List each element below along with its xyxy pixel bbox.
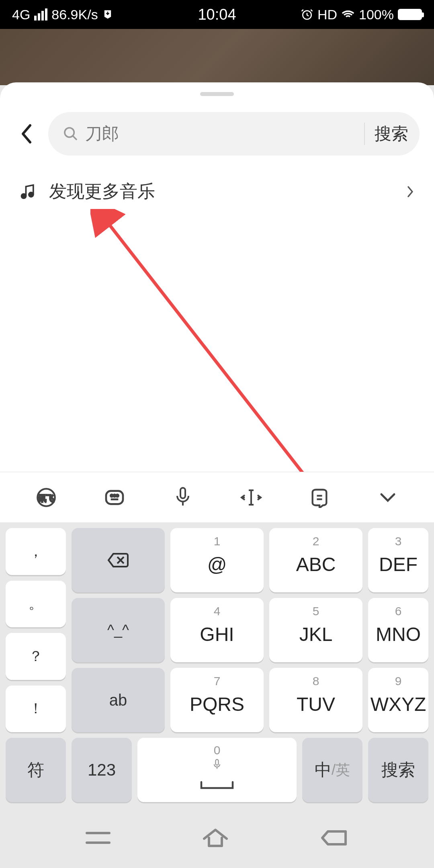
key-8-tuv[interactable]: 8TUV <box>269 668 362 732</box>
music-icon <box>19 183 37 201</box>
recent-apps-icon[interactable] <box>85 828 111 848</box>
svg-point-1 <box>65 128 74 137</box>
key-7-pqrs[interactable]: 7PQRS <box>170 668 264 732</box>
key-emoji[interactable]: ^_^ <box>72 598 165 662</box>
svg-point-10 <box>116 494 119 497</box>
sheet-handle[interactable] <box>200 92 234 96</box>
battery-pct: 100% <box>359 7 394 23</box>
keyboard: 讯飞 ， 。 ？ ！ 1@ 2ABC 3DEF <box>0 472 434 868</box>
back-nav-icon[interactable] <box>320 828 349 848</box>
key-symbols[interactable]: 符 <box>6 738 66 802</box>
clock: 10:04 <box>198 6 236 23</box>
key-9-wxyz[interactable]: 9WXYZ <box>368 668 428 732</box>
hd-label: HD <box>317 7 337 23</box>
signal-icon <box>34 8 47 20</box>
svg-point-2 <box>22 194 26 198</box>
key-5-jkl[interactable]: 5JKL <box>269 598 362 662</box>
key-1-at[interactable]: 1@ <box>170 528 264 592</box>
chevron-right-icon <box>405 184 415 199</box>
wifi-icon <box>341 8 355 21</box>
download-icon <box>102 9 113 20</box>
key-language[interactable]: 中/英 <box>302 738 362 802</box>
svg-point-3 <box>29 192 33 197</box>
key-ab[interactable]: ab <box>72 668 165 732</box>
right-column: ^_^ ab <box>72 528 165 732</box>
key-3-def[interactable]: 3DEF <box>368 528 428 592</box>
key-period[interactable]: 。 <box>6 581 66 628</box>
key-2-abc[interactable]: 2ABC <box>269 528 362 592</box>
key-backspace[interactable] <box>72 528 165 592</box>
keyboard-settings-icon[interactable] <box>102 485 127 510</box>
status-bar: 4G 86.9K/s 10:04 HD 100% <box>0 0 434 29</box>
divider <box>364 123 365 145</box>
search-button[interactable]: 搜索 <box>375 123 408 145</box>
keyboard-toolbar: 讯飞 <box>0 472 434 522</box>
svg-rect-12 <box>216 760 219 765</box>
collapse-keyboard-icon[interactable] <box>375 485 401 510</box>
key-question[interactable]: ？ <box>6 633 66 680</box>
backspace-icon <box>107 552 129 569</box>
voice-input-icon[interactable] <box>170 485 196 510</box>
key-6-mno[interactable]: 6MNO <box>368 598 428 662</box>
alarm-icon <box>301 8 313 21</box>
svg-text:讯飞: 讯飞 <box>38 493 54 502</box>
search-icon <box>63 126 79 142</box>
search-box[interactable]: 搜索 <box>48 112 420 156</box>
network-speed: 86.9K/s <box>51 7 98 23</box>
back-button[interactable] <box>14 122 39 146</box>
key-search[interactable]: 搜索 <box>368 738 428 802</box>
punctuation-column: ， 。 ？ ！ <box>6 528 66 732</box>
clipboard-icon[interactable] <box>307 485 332 510</box>
network-type: 4G <box>12 7 30 23</box>
cursor-mode-icon[interactable] <box>238 485 264 510</box>
key-4-ghi[interactable]: 4GHI <box>170 598 264 662</box>
chevron-left-icon <box>19 123 34 145</box>
ime-logo-icon[interactable]: 讯飞 <box>33 485 59 510</box>
search-input[interactable] <box>85 124 354 143</box>
background-image <box>0 29 434 85</box>
key-123[interactable]: 123 <box>72 738 132 802</box>
spacebar-icon <box>199 780 235 792</box>
discover-label: 发现更多音乐 <box>49 180 393 203</box>
discover-more-row[interactable]: 发现更多音乐 <box>0 156 434 227</box>
key-comma[interactable]: ， <box>6 528 66 575</box>
key-space[interactable]: 0 <box>137 738 297 802</box>
system-nav-bar <box>0 808 434 868</box>
svg-rect-11 <box>180 488 185 498</box>
battery-icon <box>398 9 422 20</box>
key-exclaim[interactable]: ！ <box>6 686 66 733</box>
home-icon[interactable] <box>201 827 230 848</box>
mic-icon <box>211 758 223 772</box>
